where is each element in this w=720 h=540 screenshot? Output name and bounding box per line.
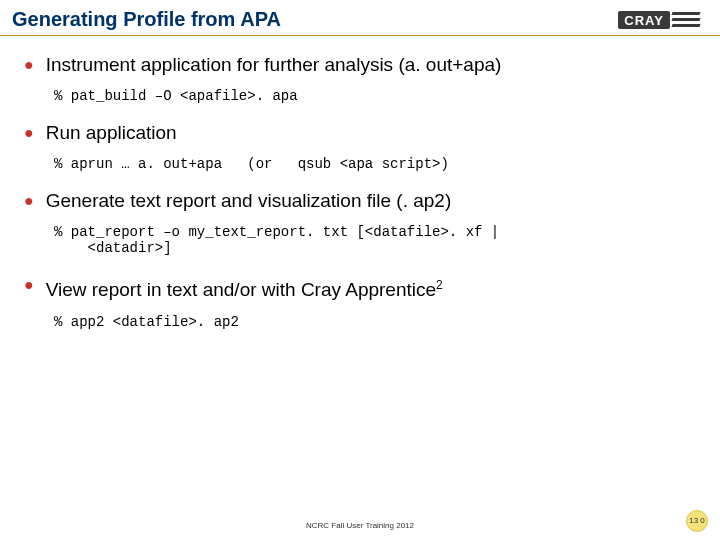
page-number-badge: 13 0 — [686, 510, 708, 532]
slide-title: Generating Profile from APA — [12, 8, 281, 31]
bullet-row: ● Run application — [24, 122, 696, 144]
logo-box: CRAY — [618, 11, 670, 29]
code-line: % pat_report –o my_text_report. txt [<da… — [54, 224, 696, 256]
slide-content: ● Instrument application for further ana… — [0, 36, 720, 330]
logo-stripe — [671, 24, 700, 27]
bullet-title: Instrument application for further analy… — [46, 54, 502, 76]
logo-stripe — [671, 18, 700, 21]
bullet-item: ● View report in text and/or with Cray A… — [24, 274, 696, 329]
slide-header: Generating Profile from APA CRAY — [0, 0, 720, 36]
bullet-title: View report in text and/or with Cray App… — [46, 274, 443, 301]
bullet-icon: ● — [24, 122, 34, 144]
logo-stripes — [672, 12, 700, 28]
code-line: % aprun … a. out+apa (or qsub <apa scrip… — [54, 156, 696, 172]
bullet-title: Generate text report and visualization f… — [46, 190, 452, 212]
bullet-icon: ● — [24, 190, 34, 212]
bullet-title: Run application — [46, 122, 177, 144]
bullet-icon: ● — [24, 54, 34, 76]
logo-stripe — [671, 12, 700, 15]
logo-text: CRAY — [624, 13, 664, 28]
bullet-item: ● Instrument application for further ana… — [24, 54, 696, 104]
bullet-item: ● Generate text report and visualization… — [24, 190, 696, 256]
slide-footer: NCRC Fall User Training 2012 — [0, 521, 720, 530]
cray-logo: CRAY — [618, 11, 700, 29]
code-line: % pat_build –O <apafile>. apa — [54, 88, 696, 104]
code-line: % app2 <datafile>. ap2 — [54, 314, 696, 330]
bullet-row: ● Instrument application for further ana… — [24, 54, 696, 76]
bullet-row: ● Generate text report and visualization… — [24, 190, 696, 212]
bullet-row: ● View report in text and/or with Cray A… — [24, 274, 696, 301]
bullet-item: ● Run application % aprun … a. out+apa (… — [24, 122, 696, 172]
bullet-icon: ● — [24, 274, 34, 296]
